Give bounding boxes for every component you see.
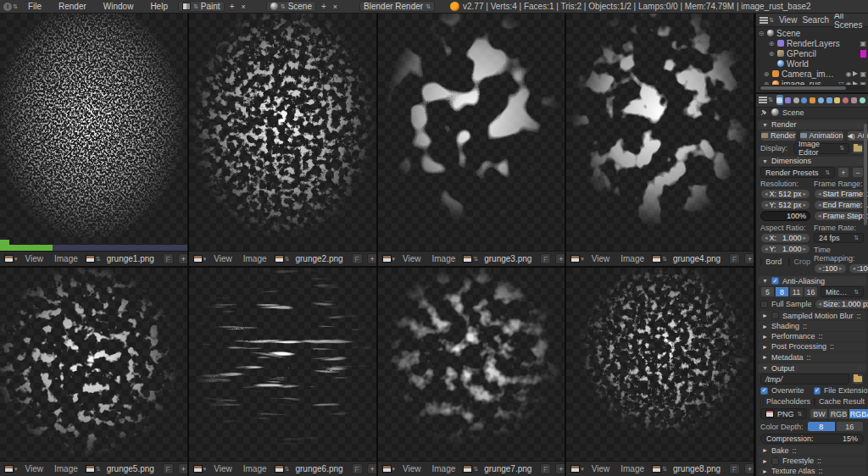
panel-header-freestyle[interactable]: ► Freestyle :: bbox=[758, 457, 866, 466]
panel-header-performance[interactable]: ► Performance :: bbox=[758, 332, 866, 341]
aa-samples-16[interactable]: 16 bbox=[804, 286, 818, 297]
panel-grip-icon[interactable]: :: bbox=[830, 342, 834, 351]
panel-grip-icon[interactable]: :: bbox=[818, 467, 822, 475]
editor-type-icon[interactable]: ▾ bbox=[4, 465, 18, 473]
image-menu[interactable]: Image bbox=[429, 464, 459, 473]
lock-interface-button[interactable] bbox=[852, 143, 864, 154]
image-view[interactable] bbox=[0, 268, 187, 461]
image-view[interactable] bbox=[189, 268, 376, 461]
image-view[interactable] bbox=[0, 14, 187, 251]
panel-header-sampled-motion-blur[interactable]: ► Sampled Motion Blur :: bbox=[758, 311, 866, 320]
display-dropdown[interactable]: Image Editor⇅ bbox=[793, 143, 849, 154]
visibility-eye-icon[interactable]: ◉ bbox=[845, 70, 851, 78]
editor-type-icon[interactable]: ▾ bbox=[193, 465, 207, 473]
outliner-item-gpencil[interactable]: ⊕ GPencil bbox=[758, 48, 866, 58]
new-image-button[interactable]: + bbox=[555, 253, 565, 264]
overwrite-checkbox[interactable]: ✓ bbox=[760, 387, 768, 395]
outliner-hscrollbar[interactable] bbox=[759, 86, 865, 91]
image-menu[interactable]: Image bbox=[51, 254, 81, 263]
outliner-item-scene[interactable]: ⊖ Scene bbox=[758, 28, 866, 38]
panel-grip-icon[interactable]: :: bbox=[817, 457, 821, 465]
end-frame-field[interactable]: ◂End Frame:10▸ bbox=[814, 200, 864, 210]
panel-grip-icon[interactable]: :: bbox=[806, 353, 810, 362]
expand-icon[interactable]: ⊕ bbox=[763, 80, 770, 86]
outliner-item-camera[interactable]: ⊕ Camera_image_rust_base2 ◉ ▣ bbox=[758, 69, 866, 79]
menu-render[interactable]: Render bbox=[52, 2, 93, 11]
image-name[interactable]: grunge8.png bbox=[671, 464, 721, 473]
panel-grip-icon[interactable]: :: bbox=[857, 122, 862, 128]
image-datablock-icon[interactable]: ⇅ bbox=[275, 255, 290, 263]
panel-grip-icon[interactable]: :: bbox=[818, 332, 822, 340]
image-view[interactable] bbox=[566, 14, 754, 251]
full-sample-checkbox[interactable] bbox=[760, 301, 768, 308]
image-datablock-icon[interactable]: ⇅ bbox=[86, 255, 101, 263]
fps-dropdown[interactable]: 24 fps⇅ bbox=[814, 233, 864, 243]
tab-render[interactable] bbox=[776, 95, 783, 105]
panel-grip-icon[interactable]: :: bbox=[792, 446, 796, 455]
image-menu[interactable]: Image bbox=[429, 254, 459, 263]
panel-header-bake[interactable]: ► Bake :: bbox=[758, 446, 866, 455]
aa-filter-dropdown[interactable]: Mitchell-Netravali ⇅ bbox=[821, 286, 864, 297]
depth-8[interactable]: 8 bbox=[807, 421, 836, 432]
panel-header-output[interactable]: ▼ Output :: bbox=[758, 363, 866, 373]
image-menu[interactable]: Image bbox=[240, 464, 270, 473]
remap-new-field[interactable]: ◂:100▸ bbox=[849, 263, 868, 274]
render-restrict-icon[interactable]: ▣ bbox=[860, 40, 866, 47]
view-menu[interactable]: View bbox=[399, 254, 425, 263]
outliner-menu-search[interactable]: Search bbox=[802, 15, 829, 25]
output-path-field[interactable]: /tmp/ bbox=[760, 374, 849, 385]
view-menu[interactable]: View bbox=[210, 464, 236, 473]
fake-user-button[interactable]: F bbox=[729, 253, 740, 264]
depth-16[interactable]: 16 bbox=[836, 421, 865, 432]
expand-icon[interactable]: ⊕ bbox=[763, 70, 770, 78]
new-image-button[interactable]: + bbox=[744, 463, 754, 474]
panel-grip-icon[interactable]: :: bbox=[857, 365, 862, 371]
delete-layout-button[interactable]: × bbox=[239, 3, 247, 11]
tab-data[interactable] bbox=[834, 95, 841, 105]
selectable-cursor-icon[interactable] bbox=[853, 81, 858, 85]
add-scene-button[interactable]: + bbox=[320, 2, 328, 11]
tab-material[interactable] bbox=[843, 95, 849, 105]
tab-physics[interactable] bbox=[859, 95, 865, 105]
aa-samples-11[interactable]: 11 bbox=[789, 286, 804, 297]
image-view[interactable] bbox=[378, 14, 565, 251]
tab-object[interactable] bbox=[810, 95, 816, 105]
outliner-item-renderlayers[interactable]: ⊕ RenderLayers ▣ bbox=[758, 38, 866, 48]
fake-user-button[interactable]: F bbox=[729, 463, 740, 474]
image-name[interactable]: grunge5.png bbox=[105, 464, 154, 473]
resolution-percent-slider[interactable]: 100% bbox=[760, 211, 810, 221]
render-button[interactable]: Render bbox=[760, 130, 797, 141]
tab-texture[interactable] bbox=[850, 95, 857, 105]
image-view[interactable] bbox=[378, 268, 565, 461]
new-image-button[interactable]: + bbox=[367, 463, 376, 474]
pin-icon[interactable] bbox=[760, 108, 768, 116]
panel-header-metadata[interactable]: ► Metadata :: bbox=[758, 352, 866, 362]
file-format-dropdown[interactable]: PNG ⇅ bbox=[760, 408, 807, 419]
image-datablock-icon[interactable]: ⇅ bbox=[275, 465, 290, 473]
image-datablock-icon[interactable]: ⇅ bbox=[652, 465, 667, 473]
panel-grip-icon[interactable]: :: bbox=[857, 158, 862, 164]
fake-user-button[interactable]: F bbox=[540, 253, 551, 264]
editor-type-icon[interactable]: ▾ bbox=[382, 465, 396, 473]
new-image-button[interactable]: + bbox=[744, 253, 754, 264]
image-menu[interactable]: Image bbox=[240, 254, 270, 263]
remove-preset-button[interactable]: − bbox=[852, 167, 864, 178]
render-camera-icon[interactable]: ▣ bbox=[860, 70, 866, 78]
tab-scene[interactable] bbox=[793, 95, 799, 105]
view-menu[interactable]: View bbox=[588, 254, 614, 263]
panel-header-texture-atlas[interactable]: ► Texture Atlas :: bbox=[758, 467, 866, 476]
new-image-button[interactable]: + bbox=[178, 253, 187, 264]
selectable-cursor-icon[interactable] bbox=[853, 71, 858, 76]
view-menu[interactable]: View bbox=[22, 464, 47, 473]
add-layout-button[interactable]: + bbox=[228, 2, 236, 11]
view-menu[interactable]: View bbox=[399, 464, 425, 473]
tab-world[interactable] bbox=[801, 95, 808, 105]
image-view[interactable] bbox=[566, 268, 754, 461]
placeholders-checkbox[interactable] bbox=[760, 398, 763, 406]
view-menu[interactable]: View bbox=[588, 464, 614, 473]
view-menu[interactable]: View bbox=[210, 254, 236, 263]
screen-layout-selector[interactable]: ⇅ Paint bbox=[178, 1, 225, 12]
visibility-eye-icon[interactable]: ◉ bbox=[845, 80, 851, 86]
tab-modifiers[interactable] bbox=[826, 95, 832, 105]
panel-grip-icon[interactable]: :: bbox=[857, 278, 862, 284]
